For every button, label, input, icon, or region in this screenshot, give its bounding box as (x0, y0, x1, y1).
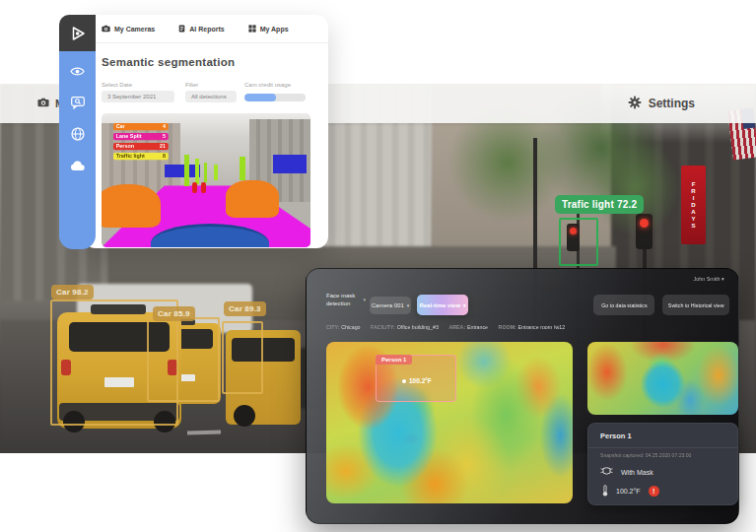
app-logo[interactable] (59, 15, 96, 51)
person-card-title: Person 1 (600, 432, 632, 440)
filter-label: Filter (185, 82, 198, 88)
person-info-card: Person 1 Snapshot captured: 04.25.2020 0… (587, 423, 738, 505)
person-detection-label: Person 1 (376, 355, 412, 365)
legend-row: Person21 (113, 143, 169, 150)
eye-icon[interactable] (70, 63, 86, 79)
camera-select-label: Camera 001 (372, 302, 404, 308)
seg-car-orange (226, 180, 279, 218)
segmentation-preview: Car4 Lane Split5 Person21 Traffic light8 (102, 113, 310, 247)
breadcrumb-city: CITY:Chicago (326, 325, 361, 330)
tab-label: My Cameras (114, 26, 155, 33)
segmentation-card: My Cameras AI Reports My Apps Semantic s… (84, 15, 328, 248)
credit-progress-fill (244, 94, 276, 101)
tab-ai-reports[interactable]: AI Reports (178, 25, 224, 33)
data-statistics-button[interactable]: Go to data statistics (593, 295, 654, 315)
legend-row: Traffic light8 (113, 153, 169, 160)
camera-icon (102, 25, 110, 33)
seg-car-orange (102, 184, 161, 228)
detection-label-traffic-light: Trafic light 72.2 (555, 195, 644, 214)
document-icon (178, 25, 185, 33)
view-mode-label: Real-time view (419, 302, 460, 308)
message-search-icon[interactable] (70, 95, 86, 110)
seg-person-red (192, 182, 197, 193)
taxi-wheel (234, 405, 255, 427)
seg-pole-green (184, 155, 189, 186)
chevron-down-icon: ▾ (363, 297, 366, 302)
camera-icon (37, 98, 49, 109)
chevron-down-icon: ▾ (722, 277, 724, 282)
detection-label-car: Car 89.3 (224, 301, 266, 316)
seg-pole-green (204, 163, 207, 182)
filter-select[interactable]: All detections (185, 91, 237, 102)
person-temperature-overlay: 100.2°F (402, 377, 432, 384)
icon-sidebar (59, 51, 96, 249)
gear-icon (628, 96, 642, 112)
data-statistics-label: Go to data statistics (601, 302, 647, 307)
historical-view-label: Switch to Historical view (668, 302, 724, 307)
seg-pole-green (240, 157, 245, 180)
tab-label: AI Reports (189, 26, 224, 33)
settings-label: Settings (649, 97, 695, 110)
settings-button[interactable]: Settings (628, 96, 756, 112)
camera-select[interactable]: Camera 001 ▾ (370, 297, 411, 314)
thermometer-icon (602, 485, 608, 498)
mask-icon (600, 467, 613, 477)
user-menu[interactable]: John Smith ▾ (694, 276, 724, 282)
seg-banner-blue (273, 155, 307, 173)
detection-label-car: Car 98.2 (51, 285, 94, 299)
seg-legend: Car4 Lane Split5 Person21 Traffic light8 (113, 123, 174, 163)
app-canvas: FRIDAYS (0, 0, 756, 532)
snapshot-timestamp: Snapshot captured: 04.25.2020 07:23:00 (600, 453, 691, 458)
traffic-light-housing (636, 214, 653, 249)
legend-row: Car4 (113, 123, 169, 130)
view-mode-select[interactable]: Real-time view ▾ (417, 295, 468, 315)
chevron-down-icon: ▾ (407, 302, 410, 308)
date-select[interactable]: 3 September 2021 (102, 91, 174, 102)
detection-box-car (222, 321, 263, 394)
tab-my-cameras[interactable]: My Cameras (102, 25, 155, 33)
divider (588, 447, 737, 448)
location-breadcrumb: CITY:Chicago FACILITY:Office building_#3… (326, 325, 565, 330)
historical-view-button[interactable]: Switch to Historical view (662, 295, 729, 315)
globe-icon[interactable] (70, 126, 86, 142)
temperature-row: 100.2°F ! (600, 485, 659, 498)
detection-mode-label: Face mask detection (326, 293, 361, 307)
temperature-value: 100.2°F (409, 377, 432, 384)
card-title: Semantic segmentation (102, 56, 235, 68)
chevron-down-icon: ▾ (463, 302, 466, 308)
mask-status-value: With Mask (621, 469, 653, 476)
temperature-dot-icon (402, 379, 406, 383)
detection-label-car: Car 85.9 (153, 306, 195, 321)
fridays-banner: FRIDAYS (681, 166, 706, 244)
credit-usage-progress (244, 94, 306, 101)
seg-pole-green (214, 165, 218, 180)
tab-my-apps[interactable]: My Apps (248, 25, 289, 33)
breadcrumb-area: AREA:Entrance (448, 325, 488, 330)
page-title-partial: M (0, 98, 64, 109)
breadcrumb-room: ROOM:Entrance room №12 (499, 325, 566, 330)
temperature-reading: 100.2°F (616, 488, 641, 495)
detection-box-traffic-light (559, 218, 598, 266)
detection-mode-select[interactable]: Face mask detection ▾ (326, 293, 366, 307)
seg-person-red (201, 182, 206, 193)
thermal-face-thumbnail (587, 342, 738, 415)
breadcrumb-facility: FACILITY:Office building_#3 (371, 325, 439, 330)
seg-pole-green (195, 159, 199, 184)
credit-usage-label: Cam credit usage (244, 82, 291, 88)
detection-box-car (147, 317, 220, 402)
mask-status-row: With Mask (600, 467, 653, 477)
thermal-camera-view: Person 1 100.2°F (326, 342, 573, 503)
tab-label: My Apps (260, 26, 289, 33)
select-date-label: Select Date (102, 82, 132, 88)
thermal-dashboard-panel: John Smith ▾ Face mask detection ▾ Camer… (306, 268, 739, 524)
fever-alert-badge: ! (649, 486, 659, 497)
legend-row: Lane Split5 (113, 133, 169, 140)
user-name: John Smith (694, 277, 721, 282)
cloud-icon[interactable] (70, 158, 86, 173)
grid-icon (248, 25, 256, 33)
red-light (640, 219, 649, 228)
person-detection-box: Person 1 100.2°F (376, 355, 456, 402)
card-tabbar: My Cameras AI Reports My Apps (84, 15, 328, 43)
